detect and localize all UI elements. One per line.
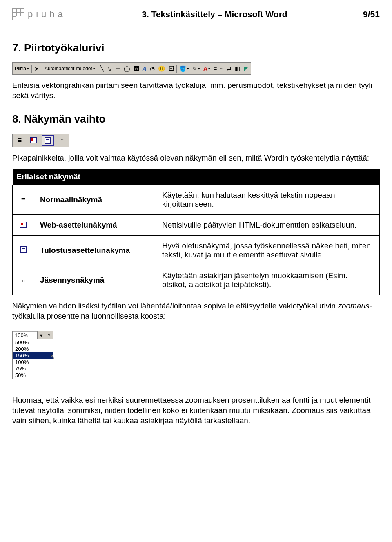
toolbar-separator	[42, 65, 42, 73]
logo: piuha	[12, 8, 66, 20]
logo-squares-icon	[12, 8, 24, 20]
line-icon: ╲	[100, 66, 104, 71]
oval-icon: ◯	[124, 66, 130, 71]
threed-button[interactable]: ◩	[242, 63, 250, 74]
toolbar-separator	[31, 65, 32, 73]
view-description: Hyvä oletusnäkymä, jossa työskennellessä…	[156, 236, 380, 265]
view-description: Käytetään, kun halutaan keskittyä teksti…	[156, 185, 380, 215]
logo-text: piuha	[28, 9, 66, 20]
pointer-icon: ➤	[34, 66, 39, 71]
rectangle-tool-button[interactable]: ▭	[114, 63, 122, 74]
line-color-button[interactable]: ✎▾	[191, 63, 202, 74]
zoom-dropdown-arrow[interactable]: ▼	[37, 331, 45, 339]
clipart-button[interactable]: 🙂	[156, 63, 167, 74]
outline-view-button[interactable]	[56, 135, 68, 145]
page-number: 9/51	[363, 9, 380, 19]
dash-style-icon: ┄	[220, 66, 223, 71]
page-title: 3. Tekstinkäsittely – Microsoft Word	[142, 9, 287, 19]
outline-view-icon	[60, 137, 64, 143]
view-switch-toolbar	[12, 134, 69, 147]
line-style-button[interactable]: ≡	[212, 63, 218, 74]
dropdown-icon: ▾	[187, 67, 189, 71]
dropdown-icon: ▾	[93, 67, 95, 71]
normal-view-button[interactable]	[14, 135, 25, 145]
wordart-icon: A	[143, 66, 147, 71]
view-description: Käytetään asiakirjan jäsentelyn muokkaam…	[156, 265, 380, 295]
drawing-toolbar: Piirrä ▾ ➤ Automaattiset muodot ▾ ╲ ↘ ▭ …	[12, 62, 251, 75]
zoom-options-list: 500% 200% 150% ↖ 100% 75% 50%	[13, 339, 53, 379]
select-objects-button[interactable]: ➤	[33, 63, 41, 74]
zoom-intro-paragraph: Näkymien vaihdon lisäksi työtilan voi lä…	[12, 301, 380, 321]
table-row: Tulostusasettelunäkymä Hyvä oletusnäkymä…	[13, 236, 380, 265]
table-row: Jäsennysnäkymä Käytetään asiakirjan jäse…	[13, 265, 380, 295]
zoom-note-paragraph: Huomaa, että vaikka esimerkiksi suurenne…	[12, 395, 380, 426]
zoom-option-selected[interactable]: 150% ↖	[13, 352, 53, 359]
table-row: Web-asettelunäkymä Nettisivuille päätyvi…	[13, 215, 380, 236]
clipart-icon: 🙂	[158, 66, 165, 71]
normal-view-icon	[18, 136, 22, 144]
line-color-icon: ✎	[192, 66, 197, 71]
toolbar-separator	[176, 65, 177, 73]
zoom-intro-em: zoomaus	[338, 301, 369, 310]
web-layout-icon-cell	[13, 215, 34, 236]
web-layout-view-button[interactable]	[28, 135, 39, 145]
threed-icon: ◩	[243, 66, 249, 71]
diagram-button[interactable]: ◔	[148, 63, 156, 74]
print-layout-view-button[interactable]	[42, 135, 54, 146]
zoom-option[interactable]: 200%	[13, 346, 53, 352]
zoom-option[interactable]: 100%	[13, 359, 53, 366]
line-tool-button[interactable]: ╲	[99, 63, 105, 74]
outline-view-icon-cell	[13, 265, 34, 295]
table-row: Normaalinäkymä Käytetään, kun halutaan k…	[13, 185, 380, 215]
zoom-option[interactable]: 50%	[13, 372, 53, 379]
draw-menu-button[interactable]: Piirrä ▾	[13, 63, 31, 74]
fill-color-button[interactable]: 🪣▾	[178, 63, 191, 74]
wordart-button[interactable]: A	[141, 63, 148, 74]
zoom-field-row: 100% ▼ ?	[13, 331, 53, 339]
view-description: Nettisivuille päätyvien HTML-dokumenttie…	[156, 215, 380, 236]
zoom-intro-pre: Näkymien vaihdon lisäksi työtilan voi lä…	[12, 301, 338, 310]
outline-view-icon	[22, 278, 25, 284]
dropdown-icon: ▾	[208, 67, 210, 71]
autoshapes-menu-button[interactable]: Automaattiset muodot ▾	[43, 63, 97, 74]
section-8-heading: 8. Näkymän vaihto	[12, 113, 380, 125]
zoom-option[interactable]: 500%	[13, 339, 53, 346]
font-color-button[interactable]: A▾	[202, 63, 212, 74]
help-icon[interactable]: ?	[45, 331, 53, 339]
zoom-dropdown[interactable]: 100% ▼ ? 500% 200% 150% ↖ 100% 75% 50%	[12, 331, 53, 379]
view-name: Normaalinäkymä	[34, 185, 156, 215]
zoom-option-label: 150%	[15, 352, 29, 359]
shadow-icon: ◧	[235, 66, 240, 71]
cursor-icon: ↖	[50, 353, 55, 360]
dropdown-icon: ▾	[27, 67, 29, 71]
font-color-icon: A	[203, 66, 207, 71]
diagram-icon: ◔	[150, 66, 155, 71]
print-layout-icon	[45, 137, 51, 144]
print-layout-icon	[20, 246, 27, 253]
dash-style-button[interactable]: ┄	[218, 63, 225, 74]
textbox-tool-button[interactable]: 🅰	[132, 63, 141, 74]
autoshapes-label: Automaattiset muodot	[45, 66, 92, 71]
view-name: Jäsennysnäkymä	[34, 265, 156, 295]
web-layout-icon	[30, 137, 37, 143]
shadow-button[interactable]: ◧	[233, 63, 242, 74]
normal-view-icon	[21, 197, 26, 203]
section-7-paragraph: Erilaisia vektorigrafiikan piirtämiseen …	[12, 80, 380, 100]
toolbar-separator	[98, 65, 98, 73]
arrow-icon: ↘	[107, 66, 112, 71]
fill-icon: 🪣	[179, 66, 186, 71]
page-header: piuha 3. Tekstinkäsittely – Microsoft Wo…	[12, 8, 380, 25]
arrow-tool-button[interactable]: ↘	[105, 63, 114, 74]
oval-tool-button[interactable]: ◯	[122, 63, 132, 74]
insert-picture-button[interactable]: 🖼	[167, 63, 176, 74]
picture-icon: 🖼	[168, 66, 174, 71]
normal-view-icon-cell	[13, 185, 34, 215]
zoom-option[interactable]: 75%	[13, 366, 53, 372]
print-layout-icon-cell	[13, 236, 34, 265]
arrow-style-button[interactable]: ⇄	[225, 63, 233, 74]
views-table-header: Erilaiset näkymät	[13, 169, 380, 185]
textbox-icon: 🅰	[134, 66, 139, 71]
draw-menu-label: Piirrä	[15, 66, 26, 71]
zoom-current-value[interactable]: 100%	[13, 331, 37, 339]
dropdown-icon: ▾	[198, 67, 200, 71]
